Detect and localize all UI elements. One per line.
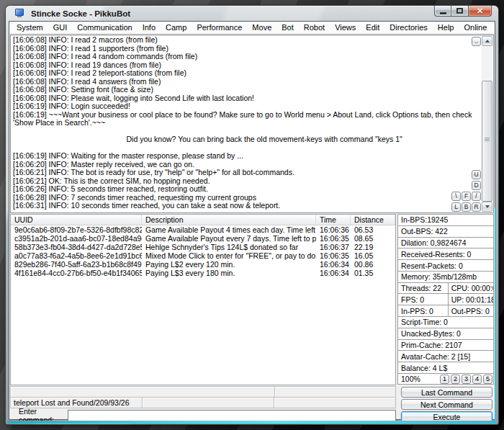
frame-accent [7,421,497,424]
cell-distance: 08.65 [351,234,395,243]
cell-time: 16:06:37 [316,243,351,251]
zoom-preset-button-1[interactable]: 1 [440,375,449,384]
stat-value: FPS: 0 [398,294,448,305]
zoom-level: 100% [401,375,420,383]
cell-description: Hehlge Schnyder's Tips 124L$ donated so … [142,243,316,251]
menu-item-bot[interactable]: Bot [280,22,295,32]
cell-uuid: c3951a2b-201d-aaa6-bc07-18ed84a9ec... [11,234,142,243]
status-strip-bottom: teleport Lost and Found/209/93/26 [10,397,396,408]
frame-accent [495,207,496,421]
menu-item-robot[interactable]: Robot [302,22,326,32]
turn-left-button[interactable]: \ [451,192,461,201]
scroll-down-button[interactable] [482,202,492,212]
menu-item-gui[interactable]: GUI [52,22,69,32]
stat-row: Resent-Packets: 0 [397,259,494,272]
table-row[interactable]: 58b373e3-fb04-38d4-d427-da2d728e5bfeHehl… [11,243,395,251]
stat-row: Prim-Cache: 2107 [397,339,494,351]
move-back-button[interactable]: B [462,202,471,212]
close-button[interactable]: ✕ [469,6,492,17]
stat-row: Avatar-Cache: 2 [15] [397,350,494,362]
column-header-distance[interactable]: Distance [351,215,395,225]
table-header: UUIDDescriptionTimeDistance [11,215,395,225]
column-header-time[interactable]: Time [316,215,351,225]
menu-item-camp[interactable]: Camp [164,22,188,32]
log-text[interactable]: [16:06:08] INFO: I read 2 macros (from f… [13,36,479,212]
last-command-button[interactable]: Last Command [401,387,492,398]
menu-item-directories[interactable]: Directories [388,22,429,32]
minimize-icon [440,12,446,14]
status-cell [274,397,396,408]
move-up-button[interactable]: U [472,170,481,179]
move-down-button[interactable]: D [472,181,481,190]
table-row[interactable]: 4f161e84-4cc0-27b6-bf50-e4b1f3406588Payi… [11,269,395,277]
menu-item-performance[interactable]: Performance [195,22,243,32]
table-body: 9e0c6ab6-8f09-2b7e-5326-8dfbf98c823cGame… [11,225,395,277]
zoom-buttons: 12345 [440,375,493,384]
zoom-preset-button-2[interactable]: 2 [451,375,460,384]
stat-row: FPS: 0UP: 00:01:18 [397,293,494,305]
cell-time: 16:06:35 [316,251,351,260]
log-scrollbar[interactable] [482,36,492,212]
next-command-button[interactable]: Next Command [401,399,492,410]
turn-right-button[interactable]: / [472,192,481,201]
status-cell [274,386,396,398]
scroll-up-button[interactable] [482,36,492,46]
maximize-icon [456,8,463,14]
menu-item-communication[interactable]: Communication [76,22,133,32]
status-strip-top [10,386,396,398]
column-header-description[interactable]: Description [142,215,316,225]
move-forward-button[interactable]: F [462,192,471,201]
status-cell [10,386,275,398]
table-row[interactable]: a0c77a83-f6a2-4a5b-8ee6-2e1d91bc6264Mixe… [11,251,395,260]
status-cell [142,397,274,408]
command-input[interactable] [68,410,396,421]
stat-row: Balance: 4 L$ [397,362,494,374]
cell-description: Game Available Payout every 7 days. Time… [142,234,316,243]
column-header-uuid[interactable]: UUID [11,215,142,225]
cell-time: 16:06:36 [316,225,351,234]
cell-time: 16:06:34 [316,269,351,277]
stat-row: Threads: 22CPU: 00:00:02 [397,282,494,295]
stat-value: CPU: 00:00:02 [448,283,493,294]
stat-row: Unacked-Bytes: 0 [397,328,494,340]
stat-row: Received-Resents: 0 [397,248,494,260]
menu-item-edit[interactable]: Edit [364,22,381,32]
app-icon [15,9,26,18]
log-corner-button[interactable]: .. [472,37,481,46]
zoom-preset-button-4[interactable]: 4 [472,375,482,384]
cell-distance: 01.35 [351,269,395,277]
title-bar[interactable]: Stincke Socke - PikkuBot ✕ [6,6,498,21]
menu-item-help[interactable]: Help [436,22,456,32]
table-row[interactable]: 9e0c6ab6-8f09-2b7e-5326-8dfbf98c823cGame… [11,225,395,234]
menu-item-online[interactable]: Online [462,22,488,32]
menu-item-system[interactable]: System [15,22,45,32]
table-row[interactable]: c3951a2b-201d-aaa6-bc07-18ed84a9ec...Gam… [11,234,395,243]
cell-distance: 22.19 [351,243,395,251]
cell-uuid: a0c77a83-f6a2-4a5b-8ee6-2e1d91bc6264 [11,251,142,260]
move-right-button[interactable]: R [472,202,481,212]
cell-uuid: 829eb286-7f40-5aff-6a23-b1b68c8f4995 [11,260,142,269]
minimize-button[interactable] [434,6,451,17]
menu-item-move[interactable]: Move [251,22,273,32]
app-window: Stincke Socke - PikkuBot ✕ SystemGUIComm… [6,6,498,424]
scrollbar-thumb[interactable] [482,81,492,202]
zoom-preset-button-3[interactable]: 3 [462,375,471,384]
menu-item-info[interactable]: Info [141,22,157,32]
menu-item-views[interactable]: Views [333,22,357,32]
cell-time: 16:06:34 [316,260,351,269]
cell-distance: 16.05 [351,251,395,260]
close-icon: ✕ [477,6,483,16]
stat-row: Memory: 35mb/128mb [397,271,494,283]
log-panel: [16:06:08] INFO: I read 2 macros (from f… [10,35,494,213]
menu-bar: SystemGUICommunicationInfoCampPerformanc… [9,22,495,34]
table-row[interactable]: 829eb286-7f40-5aff-6a23-b1b68c8f4995Payi… [11,260,395,269]
stat-row: In-BPS:19245 [397,214,494,226]
zoom-preset-button-5[interactable]: 5 [483,375,492,384]
stat-row: Script-Time: 0 [397,316,494,328]
cell-uuid: 58b373e3-fb04-38d4-d427-da2d728e5bfe [11,243,142,251]
move-left-button[interactable]: L [451,202,461,212]
cell-time: 16:06:35 [316,234,351,243]
zoom-row: 100% 12345 [397,373,494,385]
cell-description: Paying L$2 every 120 min. [142,260,316,269]
maximize-button[interactable] [451,6,469,17]
